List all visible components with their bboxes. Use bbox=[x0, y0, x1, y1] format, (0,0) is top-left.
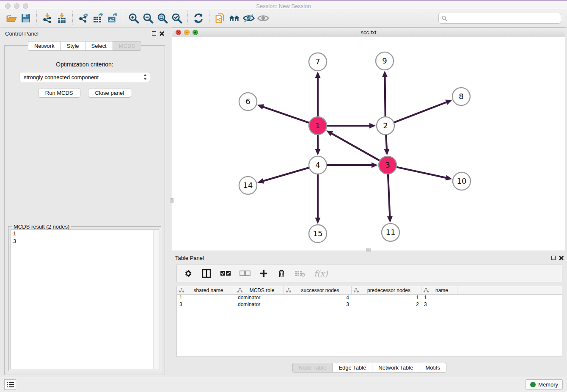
table-cell[interactable]: dominator bbox=[235, 295, 284, 301]
toolbar-separator bbox=[187, 11, 188, 25]
table-row[interactable]: 3dominator323 bbox=[177, 301, 562, 308]
delete-table-button[interactable] bbox=[295, 267, 306, 280]
table-cell[interactable]: 4 bbox=[284, 295, 352, 301]
graph-edge-3-11[interactable] bbox=[388, 174, 390, 218]
show-column-panel-button[interactable] bbox=[201, 267, 212, 280]
table-cell[interactable]: 1 bbox=[352, 295, 421, 301]
graph-node-label-9: 9 bbox=[382, 56, 387, 65]
hide-selected-button[interactable] bbox=[242, 11, 256, 25]
criterion-select[interactable]: strongly connected component bbox=[19, 72, 150, 82]
column-header[interactable]: name bbox=[421, 286, 457, 294]
column-header[interactable]: predecessor nodes bbox=[352, 286, 421, 294]
plus-icon bbox=[259, 269, 268, 278]
column-header[interactable]: MCDS role bbox=[235, 286, 284, 294]
show-all-button[interactable] bbox=[256, 11, 270, 25]
zoom-out-button[interactable] bbox=[141, 11, 155, 25]
tab-mcds[interactable]: MCDS bbox=[113, 41, 141, 51]
unselect-all-columns-button[interactable] bbox=[239, 267, 250, 280]
column-header-label: name bbox=[430, 287, 448, 293]
tab-select[interactable]: Select bbox=[85, 41, 113, 51]
graph-edge-3-1[interactable] bbox=[330, 133, 380, 161]
column-header[interactable]: shared name bbox=[177, 286, 235, 294]
close-panel-button[interactable]: Close panel bbox=[88, 88, 132, 98]
zoom-fit-button[interactable] bbox=[155, 11, 170, 25]
graph-edge-4-14[interactable] bbox=[262, 168, 309, 181]
table-cell[interactable]: 3 bbox=[421, 301, 457, 308]
tab-style[interactable]: Style bbox=[61, 41, 85, 51]
export-network-button[interactable] bbox=[76, 11, 91, 25]
table-cell[interactable]: 3 bbox=[284, 301, 352, 308]
float-table-panel-icon[interactable] bbox=[551, 256, 556, 260]
hierarchy-icon bbox=[237, 288, 242, 293]
tab-edge-table[interactable]: Edge Table bbox=[332, 363, 372, 373]
criterion-selected-value: strongly connected component bbox=[22, 74, 143, 80]
tab-network[interactable]: Network bbox=[28, 41, 61, 51]
import-table-button[interactable] bbox=[55, 11, 69, 25]
import-table-icon bbox=[56, 13, 67, 24]
memory-status-icon bbox=[530, 382, 536, 387]
graph-edge-2-8[interactable] bbox=[394, 102, 448, 123]
create-column-button[interactable] bbox=[259, 267, 268, 280]
graph-edge-2-3[interactable] bbox=[386, 135, 387, 150]
close-table-panel-icon[interactable] bbox=[559, 256, 564, 260]
export-image-button[interactable] bbox=[105, 11, 119, 25]
float-panel-icon[interactable] bbox=[152, 31, 156, 36]
save-session-button[interactable] bbox=[19, 11, 33, 25]
edge-arrowhead-icon bbox=[257, 104, 264, 109]
search-input[interactable] bbox=[449, 15, 558, 22]
export-table-icon bbox=[92, 13, 103, 24]
mcds-result-list[interactable]: 13 bbox=[10, 229, 159, 369]
task-history-button[interactable] bbox=[4, 379, 16, 390]
edge-arrowhead-icon bbox=[382, 71, 388, 77]
network-canvas[interactable]: 7968124314101511 bbox=[172, 37, 565, 251]
edge-arrowhead-icon bbox=[369, 123, 376, 129]
graph-edge-2-9[interactable] bbox=[385, 76, 385, 117]
open-file-button[interactable] bbox=[4, 11, 19, 25]
graph-node-label-11: 11 bbox=[386, 228, 396, 237]
edge-arrowhead-icon bbox=[387, 216, 393, 223]
duplicate-network-button[interactable] bbox=[213, 11, 227, 25]
close-panel-icon[interactable] bbox=[160, 31, 164, 36]
tab-network-table[interactable]: Network Table bbox=[372, 363, 419, 373]
splitter-grip-bottom[interactable] bbox=[366, 248, 371, 251]
function-builder-button[interactable]: f(x) bbox=[314, 267, 328, 280]
splitter-grip-left[interactable] bbox=[171, 198, 173, 203]
tab-motifs[interactable]: Motifs bbox=[419, 363, 446, 373]
table-panel-title: Table Panel bbox=[172, 255, 551, 261]
delete-column-button[interactable] bbox=[277, 267, 286, 280]
zoom-in-button[interactable] bbox=[127, 11, 141, 25]
table-cell[interactable]: 3 bbox=[177, 301, 235, 308]
mcds-result-item[interactable]: 3 bbox=[11, 237, 159, 245]
graph-edge-3-10[interactable] bbox=[396, 167, 447, 178]
select-all-columns-button[interactable] bbox=[220, 267, 231, 280]
result-scrollbar[interactable] bbox=[153, 230, 159, 369]
network-window-titlebar[interactable]: ✕ − + scc.txt bbox=[172, 28, 565, 37]
trash-icon bbox=[277, 269, 286, 278]
mcds-result-item[interactable]: 1 bbox=[11, 230, 159, 237]
table-cell[interactable]: dominator bbox=[235, 301, 284, 308]
table-cell[interactable]: 1 bbox=[177, 295, 235, 301]
zoom-selected-icon bbox=[171, 12, 183, 24]
import-network-button[interactable] bbox=[40, 11, 55, 25]
control-panel-header: Control Panel bbox=[2, 28, 168, 39]
table-settings-button[interactable] bbox=[184, 267, 193, 280]
graph-edge-1-6[interactable] bbox=[262, 106, 309, 123]
tab-node-table[interactable]: Node Table bbox=[292, 363, 333, 373]
table-cell[interactable]: 2 bbox=[352, 301, 421, 308]
checked-boxes-icon bbox=[220, 271, 231, 276]
node-table[interactable]: shared nameMCDS rolesuccessor nodesprede… bbox=[176, 286, 562, 357]
hide-selected-icon bbox=[242, 12, 255, 25]
run-mcds-button[interactable]: Run MCDS bbox=[38, 88, 80, 98]
zoom-selected-button[interactable] bbox=[170, 11, 184, 25]
refresh-button[interactable] bbox=[191, 11, 206, 25]
memory-button[interactable]: Memory bbox=[526, 379, 563, 390]
column-header[interactable]: successor nodes bbox=[284, 286, 352, 294]
zoom-out-icon bbox=[142, 12, 154, 24]
search-field[interactable] bbox=[438, 13, 561, 24]
save-session-icon bbox=[21, 13, 31, 23]
export-image-icon bbox=[107, 13, 118, 24]
export-table-button[interactable] bbox=[91, 11, 105, 25]
table-row[interactable]: 1dominator411 bbox=[177, 295, 562, 301]
first-neighbors-button[interactable] bbox=[227, 11, 242, 25]
table-cell[interactable]: 1 bbox=[421, 295, 457, 301]
